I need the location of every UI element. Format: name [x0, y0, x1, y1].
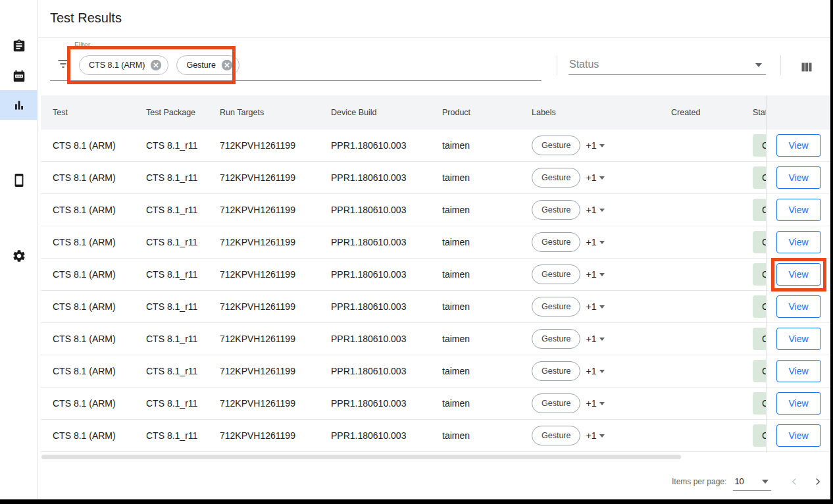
cell-status: C [741, 166, 766, 189]
sidebar-item-settings[interactable] [0, 241, 38, 270]
more-labels-expander[interactable]: +1 [586, 430, 605, 441]
cell-run-targets: 712KPVH1261199 [208, 334, 319, 344]
cell-status: C [741, 424, 766, 447]
more-labels-expander[interactable]: +1 [586, 205, 605, 215]
cell-run-targets: 712KPVH1261199 [208, 205, 319, 215]
view-button[interactable]: View [776, 360, 821, 382]
column-header-product: Product [430, 108, 520, 117]
table-row: CTS 8.1 (ARM) CTS 8.1_r11 712KPVH1261199… [41, 226, 766, 259]
view-row: View [767, 259, 830, 291]
more-labels-expander[interactable]: +1 [586, 140, 605, 151]
filter-chip-gesture[interactable]: Gesture [176, 55, 239, 75]
more-labels-expander[interactable]: +1 [586, 398, 605, 409]
column-header-run-targets: Run Targets [208, 108, 319, 117]
cell-test-package: CTS 8.1_r11 [134, 301, 208, 312]
view-row: View [767, 355, 830, 388]
sidebar-item-test-plans[interactable] [0, 61, 38, 91]
view-row: View [767, 420, 830, 452]
table-row: CTS 8.1 (ARM) CTS 8.1_r11 712KPVH1261199… [41, 420, 766, 452]
chevron-down-icon [599, 209, 605, 212]
sidebar-item-devices[interactable] [0, 165, 38, 195]
more-labels-expander[interactable]: +1 [586, 301, 605, 312]
filter-toolbar: Filter CTS 8.1 (ARM) Gesture Status [38, 38, 830, 95]
more-labels-expander[interactable]: +1 [586, 269, 605, 280]
cell-product: taimen [430, 140, 520, 151]
status-badge: C [753, 360, 766, 382]
filter-chip-row: CTS 8.1 (ARM) Gesture [79, 55, 240, 75]
cell-test: CTS 8.1 (ARM) [41, 334, 134, 344]
view-row: View [767, 130, 830, 162]
more-labels-expander[interactable]: +1 [586, 334, 605, 344]
column-settings-button[interactable] [799, 59, 815, 75]
sidebar-item-test-suites[interactable] [0, 31, 38, 61]
cell-test-package: CTS 8.1_r11 [134, 172, 208, 183]
cell-test-package: CTS 8.1_r11 [134, 334, 208, 344]
page-size-select[interactable]: 10 [733, 472, 771, 491]
cell-device-build: PPR1.180610.003 [319, 237, 430, 247]
cell-test: CTS 8.1 (ARM) [41, 269, 134, 280]
chevron-down-icon [599, 402, 605, 405]
chevron-down-icon [599, 144, 605, 147]
more-labels-expander[interactable]: +1 [586, 172, 605, 183]
cell-run-targets: 712KPVH1261199 [208, 301, 319, 312]
previous-page-button[interactable] [786, 473, 803, 490]
view-column-header [767, 95, 830, 130]
view-button[interactable]: View [776, 134, 821, 157]
cell-product: taimen [430, 172, 520, 183]
filter-input-underline[interactable] [50, 80, 542, 81]
cell-labels: Gesture +1 [520, 168, 659, 188]
cell-device-build: PPR1.180610.003 [319, 334, 430, 344]
cell-device-build: PPR1.180610.003 [319, 301, 430, 312]
cell-test-package: CTS 8.1_r11 [134, 366, 208, 376]
table-row: CTS 8.1 (ARM) CTS 8.1_r11 712KPVH1261199… [41, 259, 766, 291]
horizontal-scrollbar[interactable] [41, 455, 681, 459]
chevron-left-icon [788, 476, 800, 488]
cell-device-build: PPR1.180610.003 [319, 430, 430, 441]
cell-product: taimen [430, 398, 520, 409]
cell-device-build: PPR1.180610.003 [319, 140, 430, 151]
view-row: View [767, 388, 830, 420]
view-button[interactable]: View [776, 424, 821, 447]
label-chip: Gesture [532, 136, 580, 155]
filter-field-label: Filter [74, 41, 90, 49]
view-button[interactable]: View [776, 166, 821, 189]
more-labels-count: +1 [586, 172, 596, 183]
cell-test: CTS 8.1 (ARM) [41, 398, 134, 409]
cell-product: taimen [430, 269, 520, 280]
close-icon[interactable] [150, 59, 162, 71]
cell-test: CTS 8.1 (ARM) [41, 237, 134, 247]
view-button[interactable]: View [776, 392, 821, 415]
more-labels-expander[interactable]: +1 [586, 366, 605, 376]
status-badge: C [753, 199, 766, 221]
cell-device-build: PPR1.180610.003 [319, 269, 430, 280]
filter-icon[interactable] [57, 57, 70, 70]
cell-labels: Gesture +1 [520, 393, 659, 413]
cell-labels: Gesture +1 [520, 329, 659, 349]
view-button[interactable]: View [776, 263, 821, 286]
filter-chip-cts[interactable]: CTS 8.1 (ARM) [79, 55, 168, 75]
more-labels-count: +1 [586, 366, 596, 376]
label-chip: Gesture [532, 265, 580, 284]
smartphone-icon [12, 173, 26, 188]
view-button[interactable]: View [776, 231, 821, 253]
cell-device-build: PPR1.180610.003 [319, 398, 430, 409]
chevron-down-icon [599, 176, 605, 180]
sidebar-item-test-results[interactable] [0, 90, 38, 120]
cell-device-build: PPR1.180610.003 [319, 205, 430, 215]
more-labels-expander[interactable]: +1 [586, 237, 605, 247]
close-icon[interactable] [221, 59, 233, 71]
view-row: View [767, 194, 830, 226]
more-labels-count: +1 [586, 140, 596, 151]
view-button[interactable]: View [776, 295, 821, 318]
view-button[interactable]: View [776, 328, 821, 350]
cell-status: C [741, 263, 766, 286]
next-page-button[interactable] [809, 473, 826, 490]
cell-labels: Gesture +1 [520, 426, 659, 445]
cell-labels: Gesture +1 [520, 232, 659, 252]
view-button[interactable]: View [776, 199, 821, 221]
more-labels-count: +1 [586, 269, 596, 280]
cell-test-package: CTS 8.1_r11 [134, 205, 208, 215]
cell-test-package: CTS 8.1_r11 [134, 237, 208, 247]
table-header-row: Test Test Package Run Targets Device Bui… [41, 95, 766, 130]
status-select[interactable]: Status [569, 59, 599, 70]
